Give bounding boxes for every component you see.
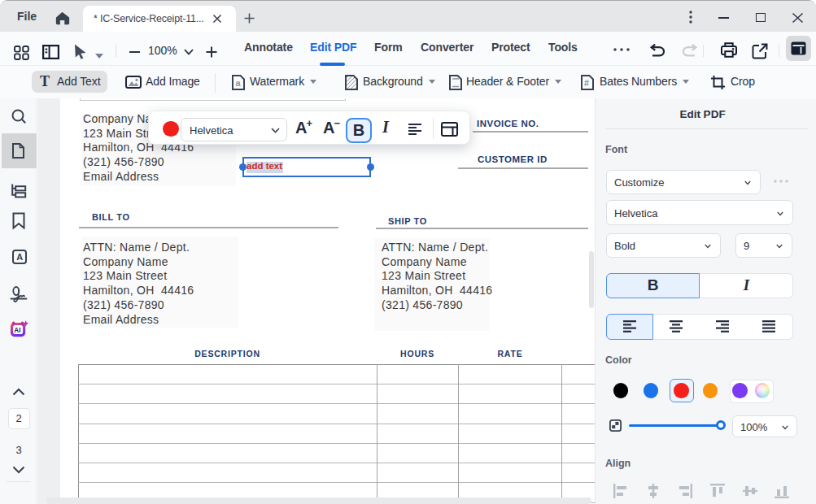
svg-text:A: A xyxy=(16,252,23,262)
svg-text:AI: AI xyxy=(14,327,20,334)
svg-text:a: a xyxy=(236,78,242,88)
svg-text:#: # xyxy=(584,78,589,88)
